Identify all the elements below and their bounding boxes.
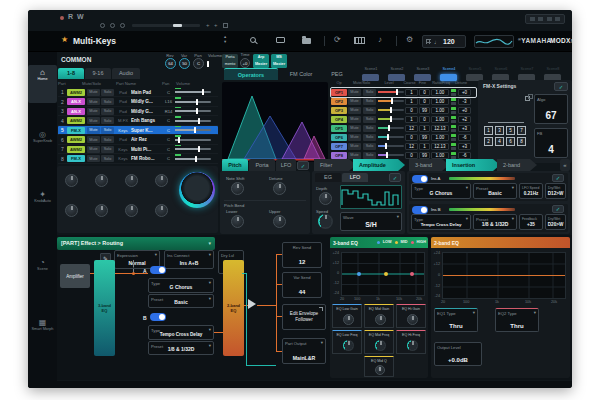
tab-operators[interactable]: Operators xyxy=(224,68,278,80)
op-level-slider[interactable] xyxy=(378,136,404,138)
op-mute-button[interactable]: Mute xyxy=(348,107,361,114)
algorithm-field[interactable]: Algo 67 xyxy=(534,94,568,124)
ratio-field[interactable]: 1.00 xyxy=(431,152,449,159)
detune-field[interactable]: -6 xyxy=(458,134,471,141)
detune-field[interactable]: -3 xyxy=(458,98,471,105)
op-solo-button[interactable]: Solo xyxy=(363,134,376,141)
eq-mid-handle[interactable] xyxy=(384,272,388,276)
tab-porta[interactable]: Porta xyxy=(249,159,275,171)
scene-2-button[interactable] xyxy=(388,74,405,81)
host-window-controls[interactable] xyxy=(525,14,565,24)
settings-gear-icon[interactable]: ⚙ xyxy=(406,35,413,44)
operator-row-7[interactable]: OP7 MuteSolo 12 1 12.13 +3 xyxy=(331,142,476,151)
solo-button[interactable]: Solo xyxy=(101,117,114,124)
pan-value[interactable]: R14 xyxy=(162,109,175,114)
ins-a-lfo-speed-field[interactable]: LFO Speed0.21Hz xyxy=(519,183,543,199)
collapse-button[interactable]: « xyxy=(560,159,570,171)
detune-field[interactable]: +3 xyxy=(458,125,471,132)
detune-field[interactable]: -6 xyxy=(458,152,471,159)
fine-field[interactable]: 99 xyxy=(419,107,430,114)
bend-upper-knob[interactable] xyxy=(273,215,286,228)
part-row-2[interactable]: 2 AN-X Mute Solo Pad Mildly G... L16 xyxy=(58,98,218,107)
ratio-field[interactable]: 1.00 xyxy=(431,98,449,105)
amplitude-check-button[interactable]: ✓ xyxy=(389,173,401,182)
scene-3-button[interactable] xyxy=(414,74,431,81)
part-row-5-selected[interactable]: 5 FM-X Mute Solo Keys Super K... C xyxy=(58,126,218,135)
coarse-field[interactable]: 1 xyxy=(405,89,418,96)
assign-knob-3[interactable] xyxy=(125,174,138,187)
portamento-button[interactable]: Portamento xyxy=(222,54,238,68)
lfo-wave-select[interactable]: Wave ▾ S/H xyxy=(340,212,402,231)
note-shift-knob[interactable] xyxy=(231,182,244,195)
fine-field[interactable]: 99 xyxy=(419,152,430,159)
super-knob[interactable] xyxy=(179,172,215,208)
part-row-7[interactable]: 7 AWM2 Mute Solo Keys Multi Pi... C xyxy=(58,145,218,154)
part-volume-slider[interactable] xyxy=(175,110,211,112)
rev-send-field[interactable]: Rev Send12 xyxy=(282,242,322,268)
solo-button[interactable]: Solo xyxy=(101,89,114,96)
porta-time-knob[interactable]: +0 xyxy=(240,58,250,68)
ins-a-toggle[interactable] xyxy=(412,175,428,183)
op-level-slider[interactable] xyxy=(378,127,404,129)
ratio-field[interactable]: 1.00 xyxy=(431,107,449,114)
chain-b-preset-select[interactable]: Preset▾1/8 & 1/32D xyxy=(148,341,214,355)
tab-2band[interactable]: 2-band xyxy=(497,159,537,171)
eq-mid-q-knob[interactable]: EQ Mid Q xyxy=(364,356,394,377)
solo-button[interactable]: Solo xyxy=(101,127,114,134)
sidebar-item-scene[interactable]: ◔Scene xyxy=(28,255,57,289)
chain-a-preset-select[interactable]: Preset▾Basic xyxy=(148,294,214,308)
ratio-field[interactable]: 12.13 xyxy=(431,143,449,150)
operator-row-1[interactable]: OP1 MuteSolo 1 0 1.00 +0 xyxy=(331,88,476,97)
eq-low-freq-knob[interactable]: EQ Low Freq xyxy=(332,330,362,354)
op-solo-button[interactable]: Solo xyxy=(363,116,376,123)
operator-row-3[interactable]: OP3 MuteSolo 0 99 1.00 +0 xyxy=(331,106,476,115)
part-row-1[interactable]: 1 AWM2 Mute Solo Pad Main Pad C xyxy=(58,88,218,97)
eq2-type-select[interactable]: EQ2 Type▾Thru xyxy=(495,308,539,332)
ratio-field[interactable]: 12.13 xyxy=(431,125,449,132)
detune-field[interactable]: +0 xyxy=(458,89,471,96)
sidebar-item-knobauto[interactable]: ✦KnobAuto xyxy=(28,187,57,221)
tab-3band[interactable]: 3-band xyxy=(409,159,449,171)
ins-b-drywet-field[interactable]: Dry/WetD20>W xyxy=(545,214,566,230)
tab-pitch[interactable]: Pitch xyxy=(222,159,248,171)
op-level-slider[interactable] xyxy=(378,145,404,147)
coarse-field[interactable]: 1 xyxy=(405,116,418,123)
pitch-detune-knob[interactable] xyxy=(273,182,286,195)
write-automation-button[interactable]: W xyxy=(77,13,84,20)
master-waveform-display[interactable] xyxy=(474,35,514,48)
op-solo-button[interactable]: Solo xyxy=(363,152,376,159)
tab-pitch-lfo[interactable]: LFO xyxy=(276,159,296,171)
mute-button[interactable]: Mute xyxy=(87,89,100,96)
eq-mid-freq-knob[interactable]: EQ Mid Freq xyxy=(364,330,394,354)
ratio-mode-toggle[interactable] xyxy=(451,125,456,132)
ins-b-toggle[interactable] xyxy=(412,206,428,214)
solo-button[interactable]: Solo xyxy=(101,108,114,115)
chain-a-type-select[interactable]: Type▾G Chorus xyxy=(148,278,214,293)
arp-master-button[interactable]: ArpMaster xyxy=(253,54,269,68)
ratio-field[interactable]: 1.00 xyxy=(431,89,449,96)
sidebar-item-smartmorph[interactable]: ▦Smart Morph xyxy=(28,315,57,353)
eq-low-handle[interactable] xyxy=(357,272,361,276)
op-level-slider[interactable] xyxy=(378,118,404,120)
routing-2band-eq-block[interactable]: 2-band EQ xyxy=(223,260,244,356)
tempo-widget[interactable]: ♩ 120 xyxy=(422,35,466,48)
ins-b-feedback-field[interactable]: Feedback+35 xyxy=(519,214,543,230)
ins-a-preset-select[interactable]: Preset▾Basic xyxy=(473,183,517,199)
op-mute-button[interactable]: Mute xyxy=(348,98,361,105)
eq-hi-freq-knob[interactable]: EQ Hi Freq xyxy=(396,330,426,354)
part-row-3[interactable]: 3 AN-X Mute Solo Pad Mildly G... R14 xyxy=(58,107,218,116)
operator-row-2[interactable]: OP2 MuteSolo 1 0 1.00 -3 xyxy=(331,97,476,106)
common-label[interactable]: COMMON xyxy=(61,56,91,63)
eq-mid-gain-knob[interactable]: EQ Mid Gain xyxy=(364,304,394,328)
fine-field[interactable]: 0 xyxy=(419,116,430,123)
detune-field[interactable]: +3 xyxy=(458,143,471,150)
solo-button[interactable]: Solo xyxy=(101,155,114,162)
performance-stepper[interactable]: ▴▾ xyxy=(224,34,226,44)
assign-knob-8[interactable] xyxy=(155,204,168,217)
sidebar-item-home[interactable]: ⌂Home xyxy=(28,65,57,103)
part-volume-slider[interactable] xyxy=(175,148,211,150)
assign-knob-4[interactable] xyxy=(155,174,168,187)
op-level-slider[interactable] xyxy=(378,154,404,156)
feedback-field[interactable]: FB 4 xyxy=(534,128,568,158)
mute-button[interactable]: Mute xyxy=(87,136,100,143)
